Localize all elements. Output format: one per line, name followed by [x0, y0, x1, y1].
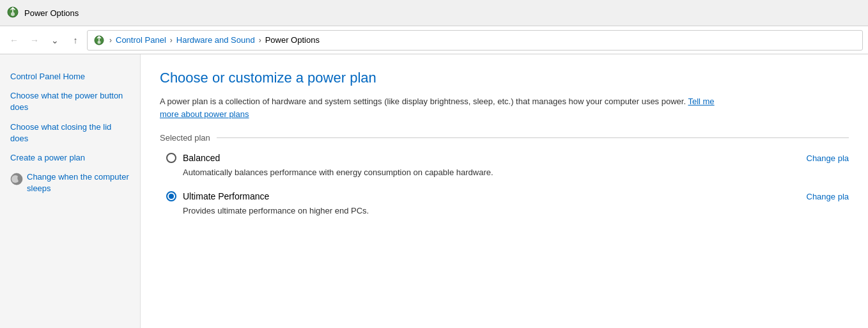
- sleep-icon: [10, 173, 23, 185]
- breadcrumb-control-panel[interactable]: Control Panel: [116, 35, 166, 45]
- plan-desc-balanced: Automatically balances performance with …: [183, 167, 849, 178]
- plan-desc-ultimate: Provides ultimate performance on higher …: [183, 205, 849, 217]
- plan-section-header: Selected plan: [160, 133, 849, 143]
- back-button[interactable]: ←: [5, 31, 23, 49]
- title-bar: Power Options: [0, 0, 868, 26]
- breadcrumb-hardware-sound[interactable]: Hardware and Sound: [176, 35, 255, 45]
- svg-point-3: [98, 40, 101, 43]
- svg-point-1: [11, 12, 15, 16]
- plan-section: Selected plan Balanced Change pla Automa…: [160, 133, 849, 217]
- path-sep-3: ›: [259, 36, 261, 45]
- change-plan-balanced[interactable]: Change pla: [807, 153, 849, 163]
- sidebar-item-lid[interactable]: Choose what closing the lid does: [0, 118, 140, 148]
- address-bar: ← → ⌄ ↑ › Control Panel › Hardware and S…: [0, 26, 868, 54]
- content-title: Choose or customize a power plan: [160, 70, 849, 86]
- plan-item-ultimate-header: Ultimate Performance Change pla: [166, 191, 849, 201]
- title-bar-text: Power Options: [24, 8, 79, 18]
- plan-item-ultimate-left: Ultimate Performance: [166, 191, 269, 201]
- forward-button[interactable]: →: [26, 31, 43, 49]
- main-layout: Control Panel Home Choose what the power…: [0, 54, 868, 328]
- plan-item-balanced-left: Balanced: [166, 153, 220, 163]
- up-button[interactable]: ↑: [66, 31, 84, 49]
- radio-balanced[interactable]: [166, 153, 176, 163]
- path-sep-1: ›: [109, 36, 112, 45]
- title-bar-icon: [6, 6, 19, 20]
- breadcrumb-power-options: Power Options: [265, 35, 320, 45]
- plan-section-label: Selected plan: [160, 133, 210, 143]
- recent-locations-button[interactable]: ⌄: [46, 31, 64, 49]
- address-path: › Control Panel › Hardware and Sound › P…: [87, 30, 863, 51]
- path-icon: [93, 34, 105, 47]
- content-description: A power plan is a collection of hardware…: [160, 95, 735, 120]
- sidebar-item-sleep[interactable]: Change when the computer sleeps: [0, 168, 140, 198]
- sidebar-item-power-button[interactable]: Choose what the power button does: [0, 86, 140, 117]
- radio-ultimate[interactable]: [166, 191, 176, 201]
- plan-section-divider: [217, 137, 849, 138]
- sidebar-item-sleep-label: Change when the computer sleeps: [27, 171, 130, 194]
- plan-name-ultimate: Ultimate Performance: [183, 191, 269, 201]
- plan-item-ultimate: Ultimate Performance Change pla Provides…: [160, 191, 849, 217]
- plan-item-balanced-header: Balanced Change pla: [166, 153, 849, 163]
- sidebar-item-control-panel-home[interactable]: Control Panel Home: [0, 67, 140, 86]
- change-plan-ultimate[interactable]: Change pla: [807, 192, 849, 201]
- sidebar: Control Panel Home Choose what the power…: [0, 54, 141, 328]
- plan-item-balanced: Balanced Change pla Automatically balanc…: [160, 153, 849, 178]
- sidebar-item-create-plan[interactable]: Create a power plan: [0, 148, 140, 168]
- content-area: Choose or customize a power plan A power…: [141, 54, 868, 328]
- path-sep-2: ›: [170, 36, 173, 45]
- plan-name-balanced: Balanced: [183, 153, 220, 163]
